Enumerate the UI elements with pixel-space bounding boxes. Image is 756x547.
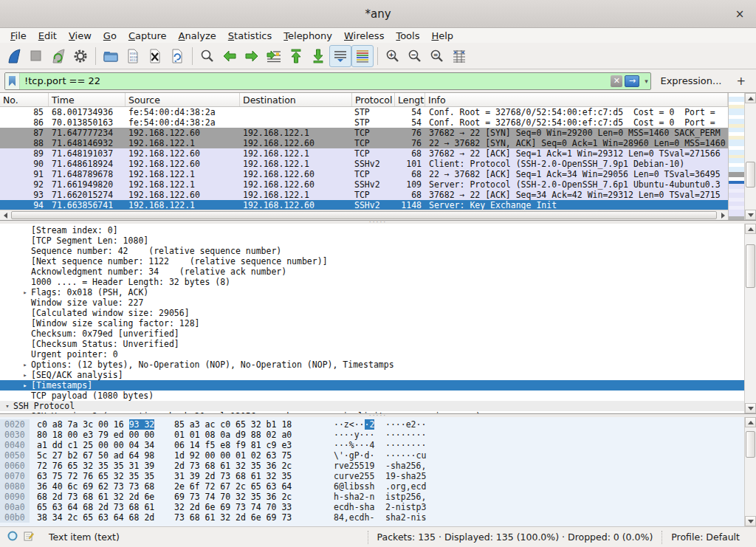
bytes-vscrollbar[interactable] xyxy=(744,417,756,526)
scroll-left-icon[interactable] xyxy=(0,210,10,220)
detail-line[interactable]: ▸[Timestamps] xyxy=(0,380,744,391)
scroll-down-icon[interactable] xyxy=(745,403,756,413)
packet-row[interactable]: 9071.648618924192.168.122.60192.168.122.… xyxy=(0,159,728,169)
expand-right-icon[interactable]: ▸ xyxy=(19,370,31,380)
detail-line[interactable]: Window size value: 227 xyxy=(0,297,744,308)
hex-row[interactable]: 0020c0 a8 7a 3c 00 16 93 3285 a3 ac c0 6… xyxy=(0,419,744,430)
detail-line[interactable]: Urgent pointer: 0 xyxy=(0,349,744,359)
packet-row[interactable]: 9171.648789678192.168.122.1192.168.122.6… xyxy=(0,169,728,179)
auto-scroll-icon[interactable] xyxy=(329,45,351,67)
zoom-in-icon[interactable]: + xyxy=(382,45,404,67)
detail-line[interactable]: ▾SSH Protocol xyxy=(0,401,744,411)
detail-line[interactable]: [Stream index: 0] xyxy=(0,225,744,235)
packet-row[interactable]: 9271.661949820192.168.122.1192.168.122.6… xyxy=(0,179,728,190)
hscroll-thumb[interactable] xyxy=(11,211,717,219)
go-last-packet-icon[interactable] xyxy=(307,45,329,67)
menu-tools[interactable]: Tools xyxy=(390,30,425,42)
hex-row[interactable]: 006072 76 65 32 35 35 31 392d 73 68 61 3… xyxy=(0,461,744,471)
capture-options-icon[interactable] xyxy=(69,45,92,67)
hex-row[interactable]: 0040a1 dd c1 25 00 00 04 3406 14 f5 e8 f… xyxy=(0,440,744,450)
packet-row[interactable]: 9371.662015274192.168.122.60192.168.122.… xyxy=(0,190,728,200)
detail-line[interactable]: [Next sequence number: 1122 (relative se… xyxy=(0,256,744,266)
open-file-icon[interactable] xyxy=(100,45,122,67)
column-header-info[interactable]: Info xyxy=(425,93,728,106)
scroll-up-icon[interactable] xyxy=(745,224,756,234)
packet-row[interactable]: 9471.663856741192.168.122.1192.168.122.6… xyxy=(0,200,728,210)
capture-comment-icon[interactable] xyxy=(24,531,34,543)
detail-line[interactable]: 1000 .... = Header Length: 32 bytes (8) xyxy=(0,277,744,287)
column-header-source[interactable]: Source xyxy=(126,93,240,106)
expand-right-icon[interactable]: ▸ xyxy=(19,411,31,413)
packet-list-header[interactable]: No.TimeSourceDestinationProtocolLengthIn… xyxy=(0,93,728,107)
menu-analyze[interactable]: Analyze xyxy=(173,30,222,42)
close-icon[interactable]: × xyxy=(732,7,747,21)
detail-line[interactable]: Checksum: 0x79ed [unverified] xyxy=(0,328,744,339)
go-first-packet-icon[interactable] xyxy=(285,45,307,67)
vscroll-thumb[interactable] xyxy=(746,162,755,188)
column-header-no[interactable]: No. xyxy=(0,93,49,106)
filter-dropdown-icon[interactable]: ▾ xyxy=(642,78,650,85)
hex-row[interactable]: 00a065 63 64 68 2d 73 68 6132 2d 6e 69 7… xyxy=(0,502,744,512)
details-vscrollbar[interactable] xyxy=(744,224,756,413)
display-filter-input[interactable]: !tcp.port == 22 ✕ → ▾ xyxy=(4,72,651,90)
apply-filter-icon[interactable]: → xyxy=(625,75,639,87)
packet-list-hscrollbar[interactable] xyxy=(0,210,728,220)
menu-wireless[interactable]: Wireless xyxy=(338,30,390,42)
column-header-time[interactable]: Time xyxy=(49,93,126,106)
menu-file[interactable]: File xyxy=(4,30,32,42)
zoom-reset-icon[interactable]: = xyxy=(426,45,448,67)
start-capture-icon[interactable] xyxy=(3,45,25,67)
detail-line[interactable]: ▸[SEQ/ACK analysis] xyxy=(0,370,744,380)
detail-line[interactable]: TCP payload (1080 bytes) xyxy=(0,391,744,401)
find-packet-icon[interactable] xyxy=(196,45,219,67)
go-to-packet-icon[interactable] xyxy=(263,45,285,67)
scroll-down-icon[interactable] xyxy=(745,210,756,220)
detail-line[interactable]: ▸Flags: 0x018 (PSH, ACK) xyxy=(0,287,744,297)
resize-columns-icon[interactable] xyxy=(448,45,470,67)
hex-row[interactable]: 009068 2d 73 68 61 32 2d 6e69 73 74 70 3… xyxy=(0,492,744,502)
detail-line[interactable]: [Window size scaling factor: 128] xyxy=(0,318,744,328)
clear-filter-icon[interactable]: ✕ xyxy=(611,75,622,87)
menu-edit[interactable]: Edit xyxy=(32,30,63,42)
menu-capture[interactable]: Capture xyxy=(123,30,173,42)
packet-row[interactable]: 8568.001734936fe:54:00:d4:38:2aSTP54Conf… xyxy=(0,107,728,117)
column-header-protocol[interactable]: Protocol xyxy=(352,93,395,106)
scroll-up-icon[interactable] xyxy=(745,417,756,427)
packet-row[interactable]: 8771.647777234192.168.122.60192.168.122.… xyxy=(0,128,728,138)
hex-row[interactable]: 00b038 34 2c 65 63 64 68 2d73 68 61 32 2… xyxy=(0,512,744,523)
hex-row[interactable]: 00505c 27 b2 67 50 ad 64 981d 92 00 00 0… xyxy=(0,450,744,461)
go-forward-icon[interactable] xyxy=(241,45,263,67)
go-back-icon[interactable] xyxy=(219,45,241,67)
hex-row[interactable]: 008036 40 6c 69 62 73 73 682e 6f 72 67 2… xyxy=(0,481,744,492)
scroll-up-icon[interactable] xyxy=(745,93,756,103)
packet-row[interactable]: 8670.013850163fe:54:00:d4:38:2aSTP54Conf… xyxy=(0,117,728,128)
detail-line[interactable]: [TCP Segment Len: 1080] xyxy=(0,235,744,246)
colorize-packets-icon[interactable] xyxy=(351,45,374,67)
expand-right-icon[interactable]: ▸ xyxy=(19,380,31,391)
restart-capture-icon[interactable] xyxy=(47,45,69,67)
hex-row[interactable]: 003080 18 00 e3 79 ed 00 0001 01 08 0a d… xyxy=(0,430,744,440)
scroll-right-icon[interactable] xyxy=(718,210,728,220)
save-file-icon[interactable]: 010101100112 xyxy=(122,45,144,67)
status-profile[interactable]: Profile: Default xyxy=(662,531,749,544)
packet-row[interactable]: 8871.648146932192.168.122.1192.168.122.6… xyxy=(0,138,728,148)
menu-statistics[interactable]: Statistics xyxy=(222,30,278,42)
expand-right-icon[interactable]: ▸ xyxy=(19,359,31,370)
packet-row[interactable]: 8971.648191037192.168.122.60192.168.122.… xyxy=(0,148,728,159)
detail-line[interactable]: ▸Options: (12 bytes), No-Operation (NOP)… xyxy=(0,359,744,370)
detail-line[interactable]: [Checksum Status: Unverified] xyxy=(0,339,744,349)
packet-list-vscrollbar[interactable] xyxy=(744,93,756,220)
menu-go[interactable]: Go xyxy=(97,30,123,42)
expert-info-icon[interactable] xyxy=(7,531,18,543)
detail-line[interactable]: [Calculated window size: 29056] xyxy=(0,308,744,318)
menu-help[interactable]: Help xyxy=(425,30,459,42)
add-filter-button[interactable]: + xyxy=(730,75,752,88)
expression-button[interactable]: Expression... xyxy=(656,75,726,86)
menu-telephony[interactable]: Telephony xyxy=(278,30,338,42)
expand-down-icon[interactable]: ▾ xyxy=(1,401,13,411)
zoom-out-icon[interactable]: − xyxy=(404,45,426,67)
column-header-destination[interactable]: Destination xyxy=(240,93,352,106)
packet-minimap[interactable] xyxy=(728,93,744,220)
menu-view[interactable]: View xyxy=(63,30,97,42)
hex-row[interactable]: 007063 75 72 76 65 32 35 3531 39 2d 73 6… xyxy=(0,471,744,481)
